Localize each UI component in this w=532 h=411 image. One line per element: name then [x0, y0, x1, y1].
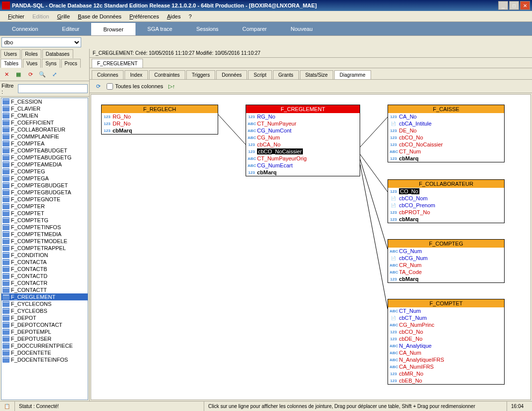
diagram-area[interactable]: F_REGLECH 123RG_No123DR_No123cbMarq F_CR…	[91, 94, 531, 400]
view-tab-index[interactable]: Index	[125, 70, 147, 79]
column-row[interactable]: ABCCT_NumPayeurOrig	[246, 155, 360, 162]
tree-item[interactable]: F_CESSION	[1, 98, 88, 105]
tree-item[interactable]: F_DEPOTCONTACT	[1, 321, 88, 328]
tree-item[interactable]: F_COMPTEGBUDGETA	[1, 189, 88, 196]
tree-item[interactable]: F_COMPTER	[1, 203, 88, 210]
column-row[interactable]: ABCCG_NumPrinc	[388, 321, 504, 328]
lefttab-roles[interactable]: Roles	[21, 49, 41, 58]
column-row[interactable]: ABCCT_Num	[388, 148, 504, 155]
menu-bdd[interactable]: Base de Données	[74, 12, 125, 20]
tree-item[interactable]: F_DEPOTEMPL	[1, 328, 88, 335]
column-row[interactable]: 123RG_No	[246, 113, 360, 120]
tab-connexion[interactable]: Connexion	[0, 22, 50, 35]
tree-item[interactable]: F_COMPTEABUDGETG	[1, 154, 88, 161]
refresh-icon[interactable]: ⟳	[26, 70, 35, 79]
column-row[interactable]: ABCCG_Num	[246, 134, 360, 141]
column-row[interactable]: ABCCT_Num	[388, 307, 504, 314]
expand-icon[interactable]: ⤢	[50, 70, 59, 79]
sort-icon[interactable]: ▷↑	[167, 82, 176, 91]
table-creglement[interactable]: F_CREGLEMENT 123RG_NoABCCT_NumPayeurABCC…	[246, 105, 360, 176]
tree-item[interactable]: F_CONTACTT	[1, 286, 88, 293]
table-collaborateur[interactable]: F_COLLABORATEUR 123CO_No📄cbCO_Nom📄cbCO_P…	[388, 179, 505, 223]
tab-nouveau[interactable]: Nouveau	[278, 22, 324, 35]
tree-item[interactable]: F_COEFFICIENT	[1, 119, 88, 126]
menu-prefs[interactable]: Préférences	[126, 12, 163, 20]
calculator-icon[interactable]: ▦	[14, 70, 23, 79]
column-row[interactable]: 123CO_No	[388, 188, 504, 195]
column-row[interactable]: 123cbCO_NoCaissier	[246, 148, 360, 155]
close-button[interactable]: ✕	[520, 1, 530, 10]
column-row[interactable]: 123RG_No	[102, 113, 218, 120]
view-tab-contraintes[interactable]: Contraintes	[149, 70, 185, 79]
column-row[interactable]: 📄cbCA_Intitule	[388, 120, 504, 127]
view-tab-données[interactable]: Données	[216, 70, 247, 79]
table-comptet[interactable]: F_COMPTET ABCCT_Num📄cbCT_NumABCCG_NumPri…	[388, 299, 505, 385]
menu-help[interactable]: ?	[185, 12, 196, 20]
tree-item[interactable]: F_CONTACTB	[1, 266, 88, 273]
column-row[interactable]: 123cbCA_No	[246, 141, 360, 148]
tab-editeur[interactable]: Editeur	[50, 22, 92, 35]
table-caisse[interactable]: F_CAISSE 123CA_No📄cbCA_Intitule123DE_No1…	[388, 105, 505, 162]
column-row[interactable]: ABCCR_Num	[388, 262, 504, 269]
toutes-colonnes-checkbox[interactable]: Toutes les colonnes	[107, 83, 163, 90]
tree-item[interactable]: F_COMPTETG	[1, 217, 88, 224]
tree-item[interactable]: F_COMPTETMODELE	[1, 238, 88, 245]
maximize-button[interactable]: □	[509, 1, 519, 10]
tree-item[interactable]: F_DEPOT	[1, 314, 88, 321]
tree-item[interactable]: F_CONDITION	[1, 252, 88, 259]
refresh-diagram-icon[interactable]: ⟳	[94, 82, 103, 91]
tree-list[interactable]: F_CESSIONF_CLAVIERF_CMLIENF_COEFFICIENTF…	[1, 98, 88, 400]
view-tab-script[interactable]: Script	[248, 70, 272, 79]
column-row[interactable]: 123cbMarq	[388, 155, 504, 162]
column-row[interactable]: 123cbMarq	[102, 127, 218, 134]
column-row[interactable]: 📄cbCT_Num	[388, 314, 504, 321]
tree-item[interactable]: F_COMPTEGA	[1, 175, 88, 182]
menu-edition[interactable]: Edition	[28, 12, 53, 20]
column-row[interactable]: 📄cbCG_Num	[388, 255, 504, 262]
tree-item[interactable]: F_COMPTEA	[1, 140, 88, 147]
view-tab-diagramme[interactable]: Diagramme	[334, 70, 371, 79]
column-row[interactable]: ABCCT_NumPayeur	[246, 120, 360, 127]
tree-item[interactable]: F_CREGLEMENT	[1, 293, 88, 300]
menu-fichier[interactable]: Fichier	[4, 12, 28, 20]
search-icon[interactable]: 🔍	[38, 70, 47, 79]
filtre-input[interactable]	[18, 84, 88, 93]
column-row[interactable]: 123DE_No	[388, 127, 504, 134]
column-row[interactable]: 123cbCO_No	[388, 134, 504, 141]
tab-browser[interactable]: Browser	[91, 22, 135, 35]
view-tab-grants[interactable]: Grants	[273, 70, 299, 79]
tree-item[interactable]: F_CLAVIER	[1, 105, 88, 112]
tree-item[interactable]: F_COMPTEGNOTE	[1, 196, 88, 203]
db-select[interactable]: dbo	[1, 37, 81, 47]
column-row[interactable]: ABCCG_NumEcart	[246, 162, 360, 169]
tree-item[interactable]: F_CMLIEN	[1, 112, 88, 119]
column-row[interactable]: 123cbMarq	[388, 275, 504, 282]
column-row[interactable]: 📄cbCO_Prenom	[388, 202, 504, 209]
view-tab-triggers[interactable]: Triggers	[186, 70, 215, 79]
column-row[interactable]: 123cbMR_No	[388, 370, 504, 377]
tree-item[interactable]: F_CYCLECONS	[1, 300, 88, 307]
lefttab-users[interactable]: Users	[0, 49, 20, 58]
column-row[interactable]: 123CA_No	[388, 113, 504, 120]
column-row[interactable]: 123cbPROT_No	[388, 209, 504, 216]
delete-icon[interactable]: ✕	[2, 70, 11, 79]
column-row[interactable]: ABCCG_Num	[388, 248, 504, 255]
toutes-cols-input[interactable]	[107, 83, 113, 90]
menu-grille[interactable]: Grille	[53, 12, 74, 20]
column-row[interactable]: ABCN_AnalytiqueIFRS	[388, 356, 504, 363]
doc-tab[interactable]: F_CREGLEMENT	[92, 59, 143, 68]
view-tab-colonnes[interactable]: Colonnes	[92, 70, 124, 79]
tree-item[interactable]: F_DEPOTUSER	[1, 335, 88, 342]
tree-item[interactable]: F_DOCCURRENTPIECE	[1, 342, 88, 349]
tree-item[interactable]: F_DOCENTETEINFOS	[1, 356, 88, 363]
tree-item[interactable]: F_COMPTEAMEDIA	[1, 161, 88, 168]
column-row[interactable]: 123cbDE_No	[388, 335, 504, 342]
column-row[interactable]: 123cbEB_No	[388, 377, 504, 384]
table-reglech[interactable]: F_REGLECH 123RG_No123DR_No123cbMarq	[101, 105, 218, 135]
lefttab-vues[interactable]: Vues	[23, 59, 41, 68]
tree-item[interactable]: F_COMMPLANIFIE	[1, 133, 88, 140]
tree-item[interactable]: F_COMPTET	[1, 210, 88, 217]
tree-item[interactable]: F_COMPTEGBUDGET	[1, 182, 88, 189]
tree-item[interactable]: F_COMPTEABUDGET	[1, 147, 88, 154]
column-row[interactable]: 123cbCO_NoCaissier	[388, 141, 504, 148]
